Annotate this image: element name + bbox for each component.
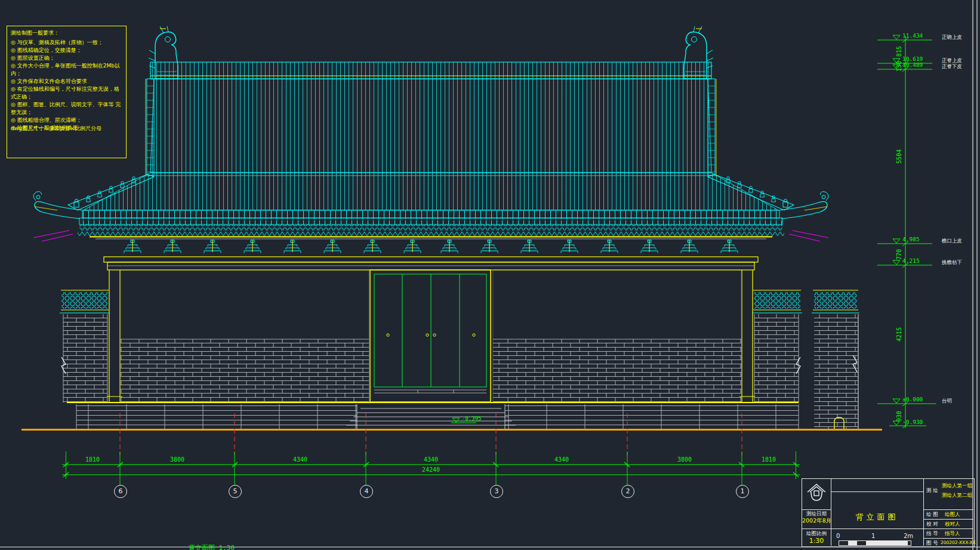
architrave-beams bbox=[104, 257, 758, 270]
dim-total: 24240 bbox=[410, 466, 452, 473]
note-item: ◎ 文件保存和文件命名符合要求 bbox=[11, 78, 122, 85]
right-dimension-column bbox=[877, 35, 936, 428]
eave-tile-caps bbox=[79, 225, 782, 231]
axis-bubble: 5 bbox=[229, 485, 242, 498]
dim-segment: 4340 bbox=[410, 456, 452, 463]
level-label: 正脊下皮 bbox=[942, 63, 962, 70]
scale-bar bbox=[839, 540, 911, 546]
central-door bbox=[370, 270, 491, 402]
dim-segment: 4340 bbox=[279, 456, 321, 463]
scalebar-tick-0: 0 bbox=[836, 533, 840, 539]
axis-bubble: 6 bbox=[114, 485, 127, 498]
tb-row-label: 测 绘 bbox=[926, 488, 938, 493]
level-label: 檐口上皮 bbox=[942, 238, 962, 245]
roof bbox=[78, 62, 784, 239]
axis-bubble: 2 bbox=[621, 485, 634, 498]
tb-row-label: 图 号 bbox=[926, 540, 938, 546]
tb-row-value: 200202-XXX-XX bbox=[941, 540, 976, 545]
level-value: -0.930 bbox=[902, 419, 923, 425]
platform bbox=[21, 402, 882, 430]
note-title: 测绘制图一般要求： bbox=[11, 29, 122, 37]
note-item: ◎ 图层设置正确； bbox=[11, 54, 122, 62]
tb-row-value: 绘图人 bbox=[945, 512, 960, 517]
scale-value: 1:30 bbox=[802, 537, 831, 544]
note-item: ◎ 图线粗细合理、层次清晰； bbox=[11, 116, 122, 124]
dim-segment: 1810 bbox=[748, 456, 790, 463]
cad-sheet: 测绘制图一般要求： ◎ 与仪草、测稿及拓样（原物）一致； ◎ 图线精确定位，交接… bbox=[0, 0, 980, 550]
wing-wall bbox=[60, 290, 110, 402]
tb-row-label: 指 导 bbox=[926, 531, 938, 536]
axis-bubble: 1 bbox=[736, 485, 749, 498]
dim-segment: 4340 bbox=[541, 456, 583, 463]
door-knob bbox=[387, 334, 389, 336]
vdim-segment: 930 bbox=[896, 403, 904, 429]
tb-row-value: 测绘人第一组 bbox=[942, 483, 972, 488]
scale-label: 绘图比例 bbox=[802, 531, 831, 536]
eave-drip-tiles bbox=[78, 231, 784, 236]
tb-row-value: 测绘人第二组 bbox=[942, 493, 972, 498]
tb-row-label: 绘 图 bbox=[926, 512, 938, 517]
date-label: 测绘日期 bbox=[802, 511, 831, 517]
vdim-segment: 5504 bbox=[896, 143, 904, 170]
level-label: 挑檐枋下 bbox=[942, 259, 962, 266]
tb-row-value: 校对人 bbox=[945, 521, 960, 527]
hip-beast-large bbox=[74, 199, 79, 208]
level-value: ±0.000 bbox=[902, 396, 923, 402]
corner-guide-lines bbox=[33, 231, 73, 241]
note-item: ◎ 图框、图签、比例尺、说明文字、字体等 完整无误； bbox=[11, 101, 122, 116]
eave-corner bbox=[33, 192, 82, 241]
level-value: 4.215 bbox=[902, 257, 920, 264]
drawing-title: 背立面图 bbox=[831, 513, 923, 521]
tb-row-label: 校 对 bbox=[926, 521, 938, 527]
scalebar-tick-2: 2m bbox=[904, 533, 913, 539]
dim-segment: 3800 bbox=[156, 456, 198, 463]
note-item: ◎ 文件大小合理，单张图纸一般控制在2Mb以内； bbox=[11, 62, 122, 78]
title-block: 测绘日期 2002年8月 绘图比例 1:30 背立面图 0 1 2m 测 绘 测… bbox=[802, 478, 975, 547]
axis-bubble: 3 bbox=[490, 485, 503, 498]
footer-partial-text: 背立面图 1:30 bbox=[189, 543, 235, 550]
dim-segment: 1810 bbox=[72, 456, 113, 463]
level-value: 4.985 bbox=[902, 236, 920, 242]
institute-logo-icon bbox=[806, 483, 827, 506]
door-knob bbox=[433, 334, 436, 336]
vdim-segment: 4215 bbox=[896, 321, 904, 348]
door-knob bbox=[426, 334, 429, 336]
note-item: ◎ 图线精确定位，交接清楚； bbox=[11, 47, 122, 54]
note-item: ◎ 有定位轴线和编号，尺寸标注完整无误，格式正确； bbox=[11, 85, 122, 101]
scalebar-tick-1: 1 bbox=[871, 533, 875, 539]
door-knob bbox=[473, 334, 475, 336]
level-value: 10.489 bbox=[902, 62, 923, 68]
axis-bubble: 4 bbox=[360, 485, 373, 498]
elevation-drawing bbox=[0, 0, 980, 550]
note-item: ◎ 与仪草、测稿及拓样（原物）一致； bbox=[11, 39, 122, 47]
level-value: 11.434 bbox=[902, 32, 923, 39]
date-value: 2002年8月 bbox=[802, 518, 831, 524]
level-label: 台明 bbox=[942, 398, 952, 405]
survey-requirements-note: 测绘制图一般要求： ◎ 与仪草、测稿及拓样（原物）一致； ◎ 图线精确定位，交接… bbox=[7, 26, 127, 158]
wall bbox=[121, 270, 369, 402]
column bbox=[107, 270, 122, 402]
dim-segment: 3800 bbox=[664, 456, 705, 463]
right-wall-stub bbox=[812, 290, 859, 429]
note-item: dwg图上尺寸—像素换算×比例尺分母 bbox=[11, 125, 122, 133]
level-label: 正吻上皮 bbox=[942, 34, 962, 41]
tb-row-value: 指导人 bbox=[945, 531, 960, 536]
floor-level-value: -0.395 bbox=[462, 416, 482, 422]
